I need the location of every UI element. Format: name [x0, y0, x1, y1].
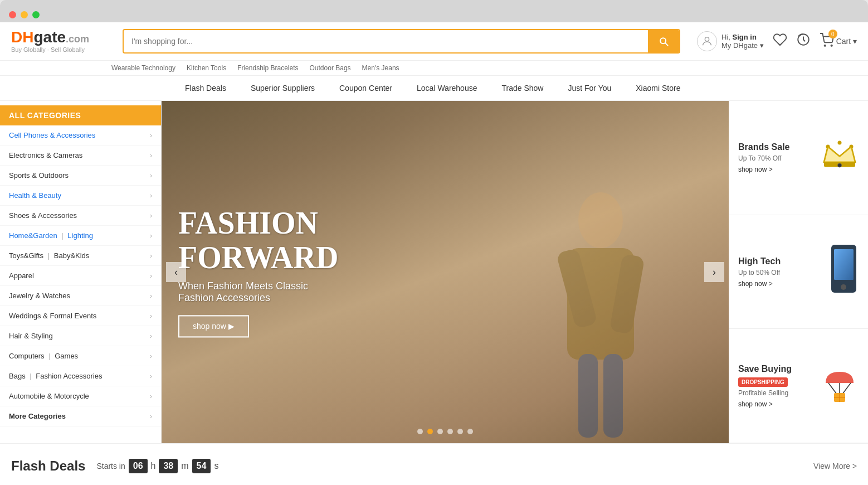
sidebar-item-more[interactable]: More Categories › — [0, 406, 161, 426]
svg-point-0 — [705, 37, 709, 41]
hero-dot-6[interactable] — [467, 429, 473, 434]
h-label: h — [151, 461, 156, 471]
phone-icon — [828, 244, 859, 300]
sidebar: ALL CATEGORIES Cell Phones & Accessories… — [0, 101, 162, 443]
chevron-right-icon: › — [150, 252, 152, 260]
hero-next-button[interactable]: › — [704, 262, 724, 282]
svg-line-23 — [842, 383, 851, 394]
cart-button[interactable]: 0 Cart ▾ — [820, 33, 857, 50]
logo-gate: gate — [33, 28, 66, 46]
starts-in-label: Starts in — [96, 462, 125, 471]
crown-icon — [820, 135, 859, 180]
sidebar-item-label: Weddings & Formal Events — [9, 312, 96, 320]
nav-flash-deals[interactable]: Flash Deals — [173, 76, 238, 100]
sidebar-item-health[interactable]: Health & Beauty › — [0, 186, 161, 206]
suggestion-kitchen[interactable]: Kitchen Tools — [187, 64, 226, 72]
view-more-link[interactable]: View More > — [813, 462, 857, 471]
sidebar-item-toys[interactable]: Toys&Gifts | Baby&Kids › — [0, 246, 161, 266]
hero-subtitle: When Fashion Meets Classic Fashion Acces… — [178, 281, 338, 304]
promo-brands-sale[interactable]: Brands Sale Up To 70% Off shop now > — [729, 101, 868, 215]
suggestion-bags[interactable]: Outdoor Bags — [310, 64, 351, 72]
promo-drop-desc: Profitable Selling — [738, 389, 792, 397]
chevron-right-icon: › — [150, 392, 152, 400]
sidebar-item-weddings[interactable]: Weddings & Formal Events › — [0, 306, 161, 326]
nav-coupon-center[interactable]: Coupon Center — [327, 76, 404, 100]
sidebar-item-apparel[interactable]: Apparel › — [0, 266, 161, 286]
user-area[interactable]: Hi, Sign in My DHgate ▾ — [697, 31, 764, 51]
nav-local-warehouse[interactable]: Local Warehouse — [404, 76, 489, 100]
wishlist-button[interactable] — [773, 32, 787, 50]
user-text: Hi, Sign in My DHgate ▾ — [721, 33, 764, 50]
hero-dot-4[interactable] — [447, 429, 453, 434]
hero-dot-5[interactable] — [457, 429, 463, 434]
nav-just-for-you[interactable]: Just For You — [555, 76, 623, 100]
promo-tech-link[interactable]: shop now > — [738, 280, 781, 288]
suggestion-bracelets[interactable]: Friendship Bracelets — [237, 64, 298, 72]
promo-brands-desc: Up To 70% Off — [738, 154, 789, 162]
m-label: m — [181, 461, 188, 471]
svg-point-13 — [838, 141, 842, 145]
chevron-right-icon: › — [150, 292, 152, 300]
timer-hours: 06 — [129, 459, 148, 473]
minimize-button[interactable] — [21, 11, 28, 18]
suggestion-wearable[interactable]: Wearable Technology — [111, 64, 175, 72]
promo-drop-title: Save Buying — [738, 364, 792, 374]
cart-count: 0 — [828, 30, 837, 38]
sidebar-item-label: Hair & Styling — [9, 332, 53, 340]
sidebar-item-hair[interactable]: Hair & Styling › — [0, 326, 161, 346]
search-input[interactable] — [124, 31, 648, 51]
sidebar-item-label: Sports & Outdoors — [9, 171, 69, 180]
promo-save-buying[interactable]: Save Buying DROPSHIPPING Profitable Sell… — [729, 329, 868, 443]
promo-drop-link[interactable]: shop now > — [738, 400, 792, 408]
sidebar-item-label: Cell Phones & Accessories — [9, 131, 95, 139]
my-dhgate-link[interactable]: My DHgate ▾ — [721, 41, 764, 50]
hero-shop-now-button[interactable]: shop now ▶ — [178, 316, 249, 338]
suggestion-jeans[interactable]: Men's Jeans — [362, 64, 399, 72]
sidebar-item-bags[interactable]: Bags | Fashion Accessories › — [0, 366, 161, 386]
nav-trade-show[interactable]: Trade Show — [489, 76, 555, 100]
hero-dot-1[interactable] — [417, 429, 423, 434]
sidebar-item-cell-phones[interactable]: Cell Phones & Accessories › — [0, 125, 161, 146]
sidebar-item-label: More Categories — [9, 412, 66, 420]
close-button[interactable] — [9, 11, 16, 18]
history-button[interactable] — [796, 32, 811, 50]
hero-prev-button[interactable]: ‹ — [166, 262, 186, 282]
sidebar-item-computers[interactable]: Computers | Games › — [0, 346, 161, 366]
search-bar — [123, 29, 680, 54]
chevron-right-icon: › — [150, 352, 152, 360]
hero-background: FASHION FORWARD When Fashion Meets Class… — [162, 101, 729, 443]
hero-content: FASHION FORWARD When Fashion Meets Class… — [178, 206, 338, 337]
sidebar-item-shoes[interactable]: Shoes & Accessories › — [0, 206, 161, 226]
promo-brands-link[interactable]: shop now > — [738, 166, 789, 173]
search-button[interactable] — [648, 30, 679, 52]
dropship-icon — [820, 361, 859, 411]
sidebar-item-electronics[interactable]: Electronics & Cameras › — [0, 146, 161, 166]
cart-label: Cart ▾ — [836, 37, 857, 46]
hero-slider: FASHION FORWARD When Fashion Meets Class… — [162, 101, 729, 443]
sidebar-item-label: Computers | Games — [9, 352, 78, 360]
main-content: ALL CATEGORIES Cell Phones & Accessories… — [0, 101, 868, 443]
sidebar-item-jewelry[interactable]: Jewelry & Watches › — [0, 286, 161, 306]
logo[interactable]: DHgate.com Buy Globally · Sell Globally — [11, 30, 111, 53]
sidebar-item-label: Shoes & Accessories — [9, 211, 77, 220]
svg-point-3 — [831, 45, 832, 46]
hero-dot-2[interactable] — [427, 429, 433, 434]
sidebar-item-label: Bags | Fashion Accessories — [9, 372, 102, 380]
search-icon — [658, 36, 669, 47]
promo-high-tech[interactable]: High Tech Up to 50% Off shop now > — [729, 215, 868, 329]
maximize-button[interactable] — [32, 11, 40, 18]
chevron-right-icon: › — [150, 332, 152, 340]
hero-dot-3[interactable] — [437, 429, 443, 434]
sidebar-item-sports[interactable]: Sports & Outdoors › — [0, 166, 161, 186]
nav-xiaomi-store[interactable]: Xiaomi Store — [623, 76, 693, 100]
nav-superior-suppliers[interactable]: Superior Suppliers — [238, 76, 327, 100]
s-label: s — [214, 461, 218, 471]
sign-in-link[interactable]: Sign in — [733, 33, 757, 41]
svg-point-2 — [824, 45, 825, 46]
header-actions: Hi, Sign in My DHgate ▾ 0 — [697, 31, 857, 51]
sidebar-item-automobile[interactable]: Automobile & Motorcycle › — [0, 386, 161, 406]
sidebar-item-home-garden[interactable]: Home&Garden | Lighting › — [0, 226, 161, 246]
promo-brands-text: Brands Sale Up To 70% Off shop now > — [738, 142, 789, 173]
chevron-right-icon: › — [150, 413, 152, 420]
promo-panels: Brands Sale Up To 70% Off shop now > — [729, 101, 868, 443]
